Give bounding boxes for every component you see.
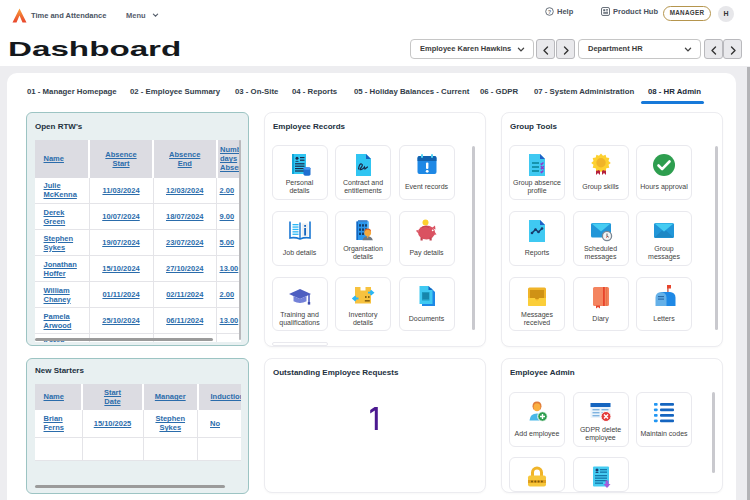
svg-text:?: ? xyxy=(548,8,551,14)
